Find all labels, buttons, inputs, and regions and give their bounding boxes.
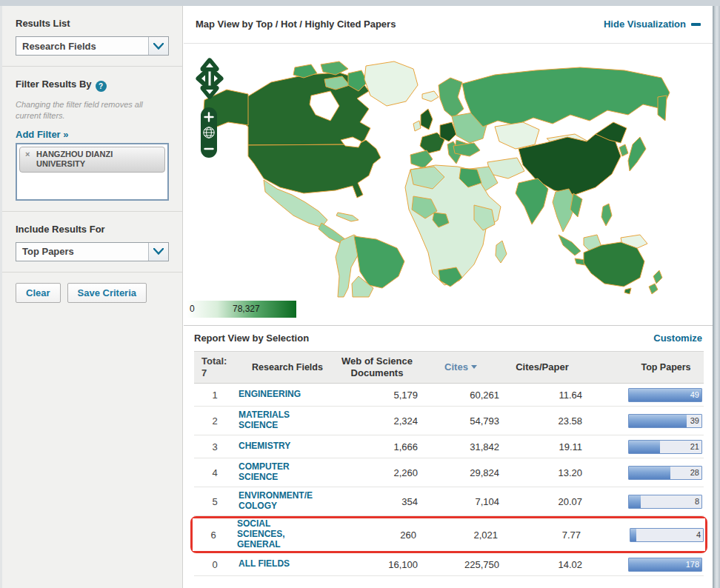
hide-visualization-label: Hide Visualization: [604, 19, 686, 30]
gauge-value: 8: [695, 497, 699, 506]
report-table: Total: 7 Research Fields Web of Science …: [194, 351, 704, 576]
add-filter-link[interactable]: Add Filter »: [16, 129, 69, 140]
field-link[interactable]: ENGINEERING: [236, 390, 336, 400]
col-header-wos-documents[interactable]: Web of Science Documents: [336, 355, 422, 378]
filter-note: Changing the filter field removes all cu…: [16, 99, 169, 121]
map-region-kamchatka[interactable]: [658, 96, 667, 121]
col-header-total: Total: 7: [194, 355, 236, 380]
gauge-fill: [630, 529, 636, 541]
col-header-cites[interactable]: Cites: [422, 361, 502, 373]
cites-cell: 225,750: [422, 559, 502, 570]
save-criteria-button[interactable]: Save Criteria: [67, 283, 147, 303]
map-region-scandinavia[interactable]: [439, 78, 464, 118]
map-region-central-asia[interactable]: [495, 122, 539, 149]
results-list-dropdown[interactable]: Research Fields: [16, 36, 169, 56]
criteria-buttons: Clear Save Criteria: [2, 273, 182, 313]
legend-min-value: 0: [190, 304, 195, 314]
map-region-new-zealand-north[interactable]: [653, 270, 662, 284]
results-list-section: Results List Research Fields: [2, 6, 182, 67]
table-row: 0 ALL FIELDS 16,100 225,750 14.02 178: [194, 553, 704, 576]
results-list-dropdown-value: Research Fields: [16, 41, 148, 52]
rank-cell: 4: [194, 467, 236, 478]
gauge-fill: [629, 441, 660, 453]
map-region-india[interactable]: [516, 178, 548, 224]
filter-tag: × HANGZHOU DIANZI UNIVERSITY: [19, 147, 165, 173]
map-panel-header: Map View by Top / Hot / Highly Cited Pap…: [184, 6, 713, 44]
filter-by-section: Filter Results By? Changing the filter f…: [2, 67, 182, 212]
gauge-fill: [629, 495, 641, 508]
filter-by-heading-text: Filter Results By: [16, 78, 92, 90]
rank-cell: 3: [194, 441, 236, 452]
map-region-russia[interactable]: [462, 67, 670, 127]
map-region-new-zealand-south[interactable]: [649, 284, 658, 294]
table-row-highlighted: 6 SOCIAL SCIENCES, GENERAL 260 2,021 7.7…: [193, 518, 705, 551]
map-region-iceland[interactable]: [422, 91, 439, 101]
map-region-sumatra[interactable]: [559, 235, 581, 255]
cpp-cell: 20.07: [502, 496, 584, 507]
col-header-top-papers[interactable]: Top Papers: [628, 362, 704, 373]
clear-button[interactable]: Clear: [16, 283, 61, 303]
table-row: 2 MATERIALS SCIENCE 2,324 54,793 23.58 3…: [194, 407, 704, 435]
customize-link[interactable]: Customize: [653, 326, 702, 351]
gauge-value: 4: [696, 530, 701, 539]
remove-filter-icon[interactable]: ×: [25, 150, 30, 159]
field-line: CHEMISTRY: [239, 441, 336, 452]
table-row: 5 ENVIRONMENT/E COLOGY 354 7,104 20.07 8: [194, 487, 704, 516]
hide-visualization-link[interactable]: Hide Visualization: [604, 6, 701, 43]
pan-control[interactable]: [194, 57, 225, 100]
rank-cell: 5: [194, 496, 236, 507]
help-icon[interactable]: ?: [96, 81, 107, 92]
map-region-philippines[interactable]: [601, 204, 612, 226]
table-row: 3 CHEMISTRY 1,666 31,842 19.11 21: [194, 435, 704, 458]
gauge-value: 21: [690, 442, 699, 451]
map-region-cuba[interactable]: [336, 213, 359, 221]
map-region-tasmania[interactable]: [624, 288, 631, 294]
zoom-control[interactable]: [201, 107, 217, 158]
include-results-dropdown-value: Top Papers: [16, 246, 148, 257]
gauge-value: 39: [690, 416, 699, 425]
docs-cell: 5,179: [336, 390, 422, 401]
field-line: ENVIRONMENT/E: [239, 491, 336, 501]
cpp-cell: 23.58: [502, 415, 584, 427]
map-legend: 0 78,327: [187, 301, 296, 318]
highlight-ring: 6 SOCIAL SCIENCES, GENERAL 260 2,021 7.7…: [190, 516, 707, 553]
field-link[interactable]: ENVIRONMENT/E COLOGY: [236, 491, 336, 512]
include-results-dropdown[interactable]: Top Papers: [16, 242, 169, 261]
cites-cell: 29,824: [422, 467, 502, 478]
cites-sort-label: Cites: [444, 361, 468, 372]
field-link[interactable]: COMPUTER SCIENCE: [236, 462, 336, 483]
docs-cell: 16,100: [336, 559, 422, 570]
cites-cell: 54,793: [422, 415, 502, 427]
window-right-edge: [713, 6, 720, 588]
field-link[interactable]: MATERIALS SCIENCE: [236, 410, 336, 431]
report-panel-title: Report View by Selection: [194, 326, 309, 351]
field-link[interactable]: CHEMISTRY: [236, 441, 336, 452]
map-region-australia[interactable]: [584, 242, 644, 287]
col-header-research-fields[interactable]: Research Fields: [236, 362, 336, 372]
cpp-cell: 11.64: [502, 390, 584, 401]
map-view: 0 78,327: [184, 44, 713, 326]
include-results-heading: Include Results For: [16, 224, 169, 235]
field-link[interactable]: SOCIAL SCIENCES, GENERAL: [234, 519, 335, 549]
main-content: Map View by Top / Hot / Highly Cited Pap…: [184, 6, 713, 588]
field-line: SCIENCE: [239, 472, 336, 483]
top-papers-gauge: 49: [628, 388, 702, 402]
map-region-uk[interactable]: [421, 109, 433, 130]
field-line: ENGINEERING: [239, 390, 336, 400]
cpp-cell: 13.20: [502, 467, 584, 478]
docs-cell: 2,260: [336, 467, 422, 478]
world-map: [184, 53, 673, 301]
map-region-greenland[interactable]: [364, 61, 418, 106]
map-region-madagascar[interactable]: [496, 241, 507, 263]
top-papers-gauge: 28: [628, 466, 702, 480]
map-region-japan[interactable]: [628, 137, 646, 171]
total-count: 7: [201, 367, 207, 378]
map-region-korea[interactable]: [619, 144, 628, 156]
cites-cell: 2,021: [421, 529, 501, 541]
map-region-ireland[interactable]: [413, 121, 421, 131]
docs-cell: 354: [336, 496, 422, 507]
field-link[interactable]: ALL FIELDS: [236, 559, 336, 569]
col-header-cites-per-paper[interactable]: Cites/Paper: [502, 361, 584, 373]
top-papers-gauge: 39: [628, 414, 702, 428]
docs-cell: 260: [335, 529, 421, 541]
